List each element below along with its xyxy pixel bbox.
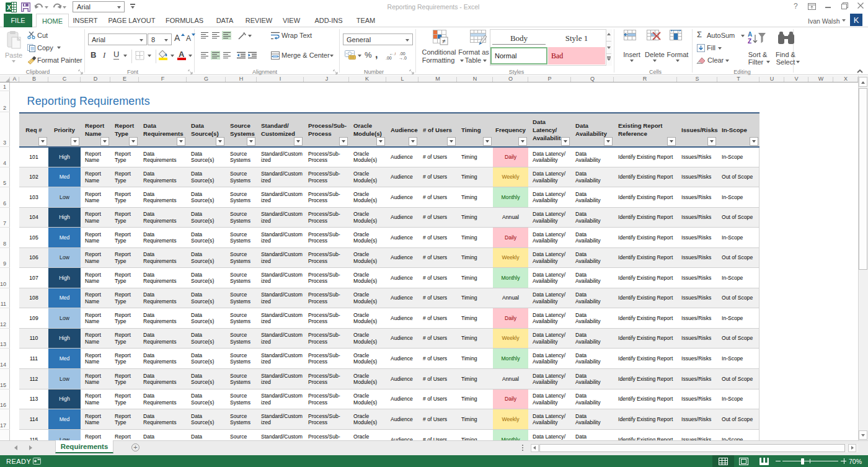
svg-text:←.0: ←.0 <box>389 51 396 56</box>
svg-text:.00: .00 <box>399 51 405 56</box>
svg-text:Z: Z <box>748 38 751 45</box>
svg-text:≠: ≠ <box>442 38 446 45</box>
svg-text:X: X <box>7 4 11 11</box>
svg-text:A: A <box>748 31 752 38</box>
svg-text:→.0: →.0 <box>399 56 407 60</box>
svg-text:.00: .00 <box>386 56 392 60</box>
